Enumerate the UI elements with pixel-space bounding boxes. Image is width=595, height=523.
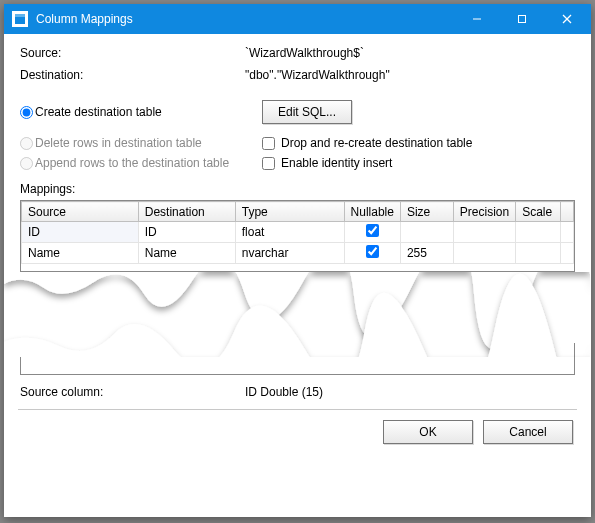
append-rows-radio-label: Append rows to the destination table (35, 156, 229, 170)
edit-sql-button[interactable]: Edit SQL... (262, 100, 352, 124)
minimize-button[interactable] (454, 4, 499, 34)
nullable-checkbox[interactable] (366, 224, 379, 237)
app-icon (12, 11, 28, 27)
source-label: Source: (20, 46, 245, 60)
col-filler (561, 202, 574, 222)
source-value: `WizardWalkthrough$` (245, 46, 364, 60)
drop-recreate-checkbox-label: Drop and re-create destination table (281, 136, 472, 150)
create-table-radio-input[interactable] (20, 106, 33, 119)
table-cell[interactable]: 255 (400, 243, 453, 264)
table-cell[interactable]: Name (138, 243, 235, 264)
col-source[interactable]: Source (22, 202, 139, 222)
col-type[interactable]: Type (235, 202, 344, 222)
close-button[interactable] (544, 4, 589, 34)
destination-value: "dbo"."WizardWalkthrough" (245, 68, 390, 82)
nullable-cell[interactable] (344, 222, 400, 243)
source-column-label: Source column: (20, 385, 245, 399)
table-cell[interactable]: ID (138, 222, 235, 243)
table-cell[interactable]: ID (22, 222, 139, 243)
delete-rows-radio: Delete rows in destination table (20, 136, 262, 150)
dialog-window: Column Mappings Source: `WizardWalkthrou… (4, 4, 591, 517)
separator (18, 409, 577, 410)
col-size[interactable]: Size (400, 202, 453, 222)
create-table-radio[interactable]: Create destination table (20, 105, 262, 119)
nullable-checkbox[interactable] (366, 245, 379, 258)
source-column-value: ID Double (15) (245, 385, 323, 399)
col-nullable[interactable]: Nullable (344, 202, 400, 222)
table-row[interactable]: IDIDfloat (22, 222, 574, 243)
table-cell[interactable] (453, 243, 515, 264)
svg-rect-3 (518, 16, 525, 23)
table-cell[interactable]: Name (22, 243, 139, 264)
mappings-label: Mappings: (20, 182, 575, 196)
cancel-button[interactable]: Cancel (483, 420, 573, 444)
identity-insert-checkbox-label: Enable identity insert (281, 156, 392, 170)
table-cell[interactable] (516, 243, 561, 264)
window-title: Column Mappings (36, 12, 454, 26)
col-destination[interactable]: Destination (138, 202, 235, 222)
dialog-body: Source: `WizardWalkthrough$` Destination… (4, 34, 591, 517)
table-cell[interactable]: nvarchar (235, 243, 344, 264)
table-header-row: Source Destination Type Nullable Size Pr… (22, 202, 574, 222)
identity-insert-checkbox-input[interactable] (262, 157, 275, 170)
drop-recreate-checkbox[interactable]: Drop and re-create destination table (262, 136, 575, 150)
col-scale[interactable]: Scale (516, 202, 561, 222)
col-precision[interactable]: Precision (453, 202, 515, 222)
delete-rows-radio-label: Delete rows in destination table (35, 136, 202, 150)
table-cell[interactable] (516, 222, 561, 243)
ok-button[interactable]: OK (383, 420, 473, 444)
append-rows-radio-input (20, 157, 33, 170)
delete-rows-radio-input (20, 137, 33, 150)
append-rows-radio: Append rows to the destination table (20, 156, 262, 170)
create-table-radio-label: Create destination table (35, 105, 162, 119)
maximize-button[interactable] (499, 4, 544, 34)
lower-list-area (20, 343, 575, 375)
identity-insert-checkbox[interactable]: Enable identity insert (262, 156, 575, 170)
destination-label: Destination: (20, 68, 245, 82)
table-row[interactable]: NameNamenvarchar255 (22, 243, 574, 264)
mappings-table-container[interactable]: Source Destination Type Nullable Size Pr… (20, 200, 575, 272)
table-cell[interactable] (561, 222, 574, 243)
table-cell[interactable] (561, 243, 574, 264)
table-cell[interactable] (453, 222, 515, 243)
titlebar: Column Mappings (4, 4, 591, 34)
svg-rect-1 (15, 14, 25, 17)
nullable-cell[interactable] (344, 243, 400, 264)
table-cell[interactable] (400, 222, 453, 243)
mappings-table: Source Destination Type Nullable Size Pr… (21, 201, 574, 264)
table-cell[interactable]: float (235, 222, 344, 243)
drop-recreate-checkbox-input[interactable] (262, 137, 275, 150)
